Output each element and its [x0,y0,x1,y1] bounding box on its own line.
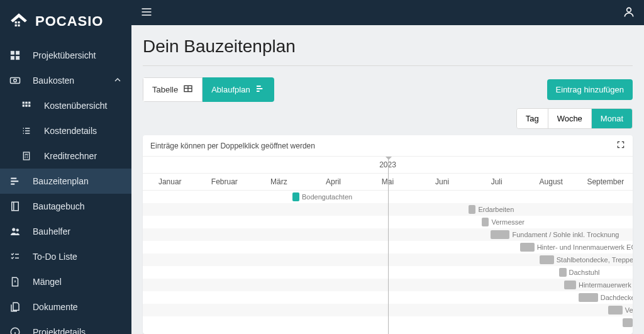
sidebar-item-label: Dokumente [33,302,78,312]
gantt-nowline [388,157,389,334]
svg-point-23 [627,8,631,12]
fullscreen-icon[interactable] [616,140,625,151]
gantt-bar[interactable]: Hintermauerwerk OG [564,281,633,289]
month-cell: Juni [415,174,470,190]
svg-rect-15 [28,105,30,107]
svg-rect-3 [18,25,19,26]
svg-rect-5 [16,51,19,54]
dashboard-icon [9,49,21,62]
calculator-icon [20,150,33,162]
svg-point-9 [14,79,17,82]
svg-rect-13 [23,105,25,107]
gantt-bar-label: Hinter- und Innenmauerwerk EG [537,243,633,251]
sidebar-item-projektuebersicht[interactable]: Projektübersicht [0,43,131,68]
svg-rect-8 [11,78,20,84]
svg-rect-1 [18,21,19,23]
sidebar-item-label: Bauhelfer [33,226,70,237]
timeline-icon [9,175,21,187]
gantt-bar-block [623,318,632,327]
info-icon [9,326,21,334]
svg-rect-12 [28,102,30,104]
sidebar-item-label: Bauzeitenplan [33,176,89,186]
sidebar-item-maengel[interactable]: Mängel [0,269,131,294]
topbar [131,0,644,25]
sidebar-item-baukosten[interactable]: Baukosten [0,68,131,93]
divider [143,65,633,66]
sidebar-item-dokumente[interactable]: Dokumente [0,294,131,320]
gantt-bar[interactable]: Fundament / Sohle inkl. Trocknung [491,230,619,239]
brand-name: POCASIO [35,13,103,30]
gantt-bar[interactable]: Bodengutachten [292,192,353,201]
month-cell: Januar [143,174,197,190]
gantt-icon [255,84,265,96]
gantt-bar[interactable]: Dachdecker / K [579,293,633,302]
month-cell: September [579,174,633,190]
menu-icon[interactable] [140,6,153,20]
gantt-bar-block [469,205,475,214]
gantt-bar[interactable]: Dachstuhl [559,268,599,277]
scale-day-button[interactable]: Tag [517,109,548,128]
month-cell: März [252,174,306,190]
user-icon[interactable] [623,6,635,20]
sidebar-item-kreditrechner[interactable]: Kreditrechner [0,143,131,169]
gantt-bar[interactable] [623,318,633,327]
gantt-chart[interactable]: 2023 JanuarFebruarMärzAprilMaiJuniJuliAu… [143,157,633,334]
svg-rect-0 [15,21,17,23]
svg-rect-2 [15,25,17,26]
month-cell: April [306,174,361,190]
scale-group: Tag Woche Monat [516,108,633,129]
gantt-bar-block [491,230,509,239]
button-label: Tabelle [152,85,178,94]
gantt-bar-label: Dachdecker / K [601,294,633,301]
gantt-bar-label: Verl [625,306,633,314]
gantt-bar[interactable]: Verl [608,306,633,315]
gantt-bar[interactable]: Erdarbeiten [469,205,514,214]
month-cell: Februar [197,174,252,190]
sidebar-item-label: Kreditrechner [44,151,97,161]
scale-week-button[interactable]: Woche [548,109,591,128]
main: Dein Bauzeitenplan Tabelle Ablaufplan Ei… [131,0,644,334]
gantt-bar-label: Dachstuhl [569,269,600,276]
sidebar-item-projektdetails[interactable]: Projektdetails [0,320,131,334]
list-icon [20,125,33,137]
page-title: Dein Bauzeitenplan [143,36,633,57]
svg-rect-16 [23,152,29,160]
documents-icon [9,301,21,313]
svg-rect-4 [11,51,14,54]
sidebar-item-kostenuebersicht[interactable]: Kostenübersicht [0,93,131,118]
sidebar-item-label: To-Do Liste [33,252,77,262]
gantt-bar[interactable]: Stahlbetondecke, Treppe, Drempel in [540,255,633,264]
gantt-bar-block [540,255,554,264]
sidebar-item-bautagebuch[interactable]: Bautagebuch [0,194,131,219]
gantt-bar-label: Vermesser [491,218,525,226]
svg-point-18 [13,228,16,231]
gantt-bar-block [559,268,566,277]
logo[interactable]: POCASIO [0,0,131,43]
gantt-bar-label: Stahlbetondecke, Treppe, Drempel in [557,256,633,264]
book-icon [9,200,21,213]
gantt-bar-block [608,306,623,315]
svg-rect-11 [26,102,28,104]
gantt-bar-block [482,218,489,226]
svg-rect-14 [26,105,28,107]
sidebar-item-bauhelfer[interactable]: Bauhelfer [0,219,131,244]
button-label: Eintrag hinzufügen [556,85,624,94]
sidebar-item-todoliste[interactable]: To-Do Liste [0,244,131,269]
chevron-up-icon [113,75,123,87]
nav-list: Projektübersicht Baukosten Kostenübersic… [0,43,131,334]
gantt-view-button[interactable]: Ablaufplan [203,77,274,102]
svg-rect-10 [23,102,25,104]
sidebar-item-bauzeitenplan[interactable]: Bauzeitenplan [0,169,131,194]
gantt-bar[interactable]: Hinter- und Innenmauerwerk EG [520,243,633,252]
table-view-button[interactable]: Tabelle [143,77,203,102]
gantt-bar[interactable]: Vermesser [482,218,525,226]
sidebar-item-kostendetails[interactable]: Kostendetails [0,118,131,143]
gantt-bar-block [520,243,535,252]
sidebar-item-label: Kostenübersicht [44,101,107,111]
sidebar-item-label: Projektdetails [33,327,86,334]
add-entry-button[interactable]: Eintrag hinzufügen [547,79,633,100]
svg-rect-7 [16,57,19,60]
scale-month-button[interactable]: Monat [591,109,632,128]
card-hint: Einträge können per Doppelklick geöffnet… [150,142,315,150]
gantt-bar-label: Erdarbeiten [478,206,514,213]
